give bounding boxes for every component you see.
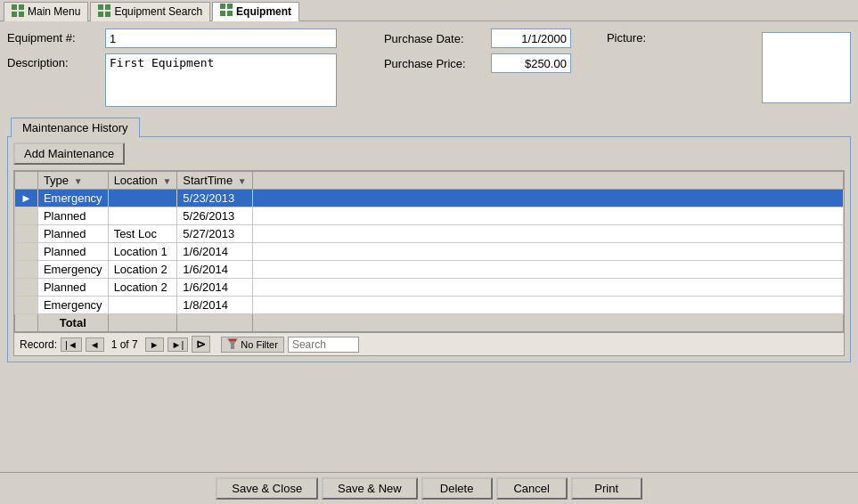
equipment-number-label: Equipment #: (7, 28, 105, 45)
header-starttime[interactable]: StartTime ▼ (177, 172, 252, 190)
total-location (108, 314, 177, 332)
tab-main-menu-label: Main Menu (28, 5, 80, 18)
sort-arrow-type: ▼ (74, 176, 83, 186)
description-label: Description: (7, 53, 105, 69)
cell-location: Location 2 (108, 261, 177, 279)
delete-button[interactable]: Delete (421, 477, 493, 500)
save-close-button[interactable]: Save & Close (216, 477, 318, 500)
svg-rect-11 (227, 11, 233, 16)
nav-first-button[interactable]: |◄ (61, 337, 82, 352)
record-navigator: Record: |◄ ◄ 1 of 7 ► ►| ⊳ (13, 333, 845, 356)
maintenance-tab-label: Maintenance History (7, 118, 851, 136)
purchase-date-label: Purchase Date: (384, 32, 491, 45)
cell-empty (252, 297, 843, 314)
svg-rect-5 (105, 4, 110, 10)
tab-equipment-search[interactable]: Equipment Search (90, 2, 210, 21)
table-row[interactable]: Emergency1/8/2014 (15, 297, 844, 314)
table-row[interactable]: PlannedLocation 11/6/2014 (15, 243, 844, 261)
cell-type: Emergency (37, 261, 108, 279)
cell-location: Test Loc (108, 225, 177, 243)
svg-rect-4 (98, 4, 103, 10)
cell-type: Planned (37, 279, 108, 297)
row-indicator: ► (15, 190, 38, 207)
row-indicator (15, 297, 38, 314)
svg-rect-2 (12, 12, 17, 17)
cell-location: Location 1 (108, 243, 177, 261)
record-position: 1 of 7 (111, 338, 138, 351)
cell-type: Planned (37, 243, 108, 261)
search-input[interactable] (288, 337, 359, 353)
nav-next-button[interactable]: ► (145, 337, 164, 352)
row-indicator (15, 207, 38, 225)
nav-new-button[interactable]: ⊳ (192, 336, 210, 353)
purchase-price-label: Purchase Price: (384, 57, 491, 70)
grid-icon-search (98, 4, 110, 20)
cell-type: Emergency (37, 297, 108, 314)
table-row[interactable]: PlannedTest Loc5/27/2013 (15, 225, 844, 243)
maintenance-panel: Maintenance History Add Maintenance (7, 118, 851, 362)
maintenance-history-tab[interactable]: Maintenance History (11, 118, 140, 137)
print-button[interactable]: Print (571, 477, 642, 500)
cell-empty (252, 279, 843, 297)
table-row[interactable]: Planned5/26/2013 (15, 207, 844, 225)
table-total-row: Total (15, 314, 844, 332)
table-row[interactable]: EmergencyLocation 21/6/2014 (15, 261, 844, 279)
purchase-date-row: Purchase Date: (384, 28, 571, 48)
svg-rect-8 (220, 4, 225, 9)
purchase-price-input[interactable] (491, 53, 571, 73)
save-new-button[interactable]: Save & New (322, 477, 418, 500)
right-form: Purchase Date: Purchase Price: (384, 28, 571, 78)
cancel-button[interactable]: Cancel (496, 477, 568, 500)
cell-empty (252, 243, 843, 261)
filter-icon (227, 338, 238, 351)
picture-label: Picture: (607, 28, 646, 45)
cell-location (108, 297, 177, 314)
nav-last-button[interactable]: ►| (168, 337, 189, 352)
history-content: Add Maintenance Type ▼ (7, 136, 851, 362)
svg-rect-0 (12, 4, 17, 10)
equipment-number-row: Equipment #: (7, 28, 357, 48)
table-row[interactable]: PlannedLocation 21/6/2014 (15, 279, 844, 297)
tab-bar: Main Menu Equipment Search Equipment (0, 0, 858, 21)
left-form: Equipment #: Description: First Equipmen… (7, 28, 357, 112)
tab-main-menu[interactable]: Main Menu (4, 2, 88, 21)
table-header: Type ▼ Location ▼ StartTime ▼ (15, 172, 844, 190)
header-type[interactable]: Type ▼ (37, 172, 108, 190)
top-form: Equipment #: Description: First Equipmen… (7, 28, 851, 112)
equipment-number-input[interactable] (105, 28, 337, 48)
cell-starttime: 1/6/2014 (177, 261, 252, 279)
no-filter-button[interactable]: No Filter (221, 337, 284, 353)
cell-type: Planned (37, 225, 108, 243)
table-row[interactable]: ►Emergency5/23/2013 (15, 190, 844, 207)
cell-starttime: 5/26/2013 (177, 207, 252, 225)
purchase-price-row: Purchase Price: (384, 53, 571, 73)
add-maintenance-button[interactable]: Add Maintenance (13, 142, 125, 165)
cell-type: Planned (37, 207, 108, 225)
tab-equipment[interactable]: Equipment (212, 2, 299, 21)
sort-arrow-starttime: ▼ (238, 176, 247, 186)
record-label: Record: (20, 338, 57, 351)
picture-box (762, 32, 851, 103)
header-location[interactable]: Location ▼ (108, 172, 177, 190)
total-indicator (15, 314, 38, 332)
nav-prev-button[interactable]: ◄ (86, 337, 104, 352)
description-input[interactable]: First Equipment (105, 53, 337, 107)
svg-rect-3 (19, 12, 24, 17)
maintenance-table-container[interactable]: Type ▼ Location ▼ StartTime ▼ (13, 170, 845, 333)
picture-section: Picture: (607, 28, 851, 103)
total-label: Total (37, 314, 108, 332)
sort-arrow-location: ▼ (162, 176, 171, 186)
main-content: Equipment #: Description: First Equipmen… (0, 21, 858, 472)
header-indicator (15, 172, 38, 190)
cell-location: Location 2 (108, 279, 177, 297)
row-indicator (15, 243, 38, 261)
cell-starttime: 1/8/2014 (177, 297, 252, 314)
maintenance-table: Type ▼ Location ▼ StartTime ▼ (14, 171, 844, 332)
row-indicator (15, 261, 38, 279)
row-indicator (15, 225, 38, 243)
cell-starttime: 1/6/2014 (177, 279, 252, 297)
cell-empty (252, 261, 843, 279)
tab-equipment-search-label: Equipment Search (114, 5, 202, 18)
cell-empty (252, 207, 843, 225)
purchase-date-input[interactable] (491, 28, 571, 48)
